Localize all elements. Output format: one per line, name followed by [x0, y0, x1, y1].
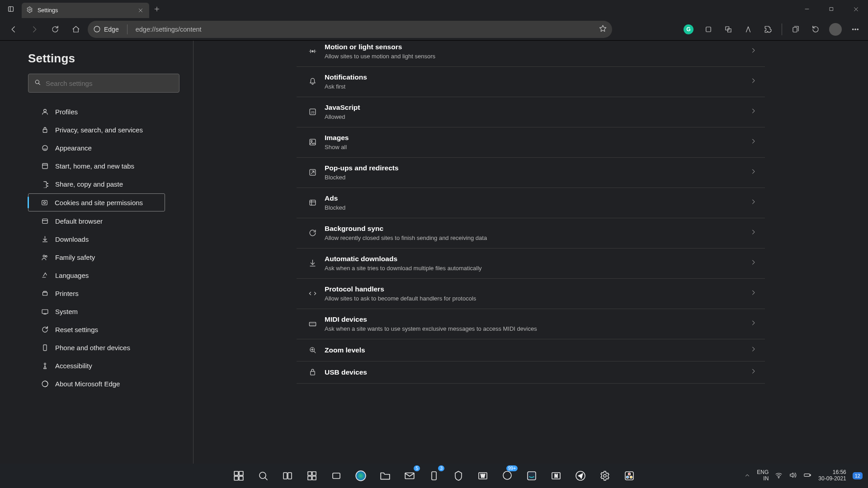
svg-point-11 — [94, 26, 100, 32]
permission-title: Background sync — [325, 225, 750, 233]
word-icon[interactable]: W — [473, 466, 492, 485]
window-minimize-button[interactable] — [795, 0, 819, 18]
svg-rect-73 — [308, 476, 311, 480]
permission-title: Pop-ups and redirects — [325, 164, 750, 172]
search-settings-input[interactable] — [28, 74, 179, 93]
sidebar-item-icon — [41, 235, 49, 243]
permission-subtitle: Blocked — [325, 204, 750, 211]
svg-rect-52 — [309, 322, 316, 326]
tab-actions-icon[interactable] — [0, 5, 22, 13]
sidebar-item-default-browser[interactable]: Default browser — [0, 212, 193, 230]
sidebar-item-system[interactable]: System — [0, 302, 193, 320]
address-bar[interactable]: Edge edge://settings/content — [88, 21, 612, 38]
profile-avatar[interactable] — [827, 21, 844, 38]
sidebar-item-appearance[interactable]: Appearance — [0, 139, 193, 157]
phone-link-icon[interactable]: 3 — [425, 466, 443, 485]
permission-row-javascript[interactable]: JSJavaScriptAllowed — [297, 97, 765, 127]
forward-button[interactable] — [25, 21, 43, 38]
permission-row-usb-devices[interactable]: USB devices — [297, 361, 765, 384]
history-icon[interactable] — [807, 21, 824, 38]
sidebar-item-about-microsoft-edge[interactable]: About Microsoft Edge — [0, 375, 193, 393]
widgets-button[interactable] — [302, 466, 321, 485]
sidebar-item-cookies-and-site-permissions[interactable]: Cookies and site permissions — [28, 193, 165, 211]
permission-row-notifications[interactable]: NotificationsAsk first — [297, 67, 765, 97]
svg-rect-77 — [405, 473, 414, 479]
sidebar-item-privacy-search-and-services[interactable]: Privacy, search, and services — [0, 121, 193, 139]
sidebar-item-accessibility[interactable]: Accessibility — [0, 357, 193, 375]
chevron-right-icon — [750, 108, 757, 116]
extension-icon[interactable] — [700, 21, 717, 38]
task-view-button[interactable] — [278, 466, 297, 485]
telegram-icon[interactable] — [571, 466, 590, 485]
permission-row-motion-or-light-sensors[interactable]: Motion or light sensorsAllow sites to us… — [297, 41, 765, 67]
permission-row-midi-devices[interactable]: MIDI devicesAsk when a site wants to use… — [297, 309, 765, 339]
sidebar-item-printers[interactable]: Printers — [0, 284, 193, 302]
settings-icon[interactable] — [595, 466, 614, 485]
permission-subtitle: Allow sites to ask to become default han… — [325, 295, 750, 302]
search-icon — [34, 79, 41, 88]
sidebar-item-downloads[interactable]: Downloads — [0, 230, 193, 248]
permission-title: Ads — [325, 194, 750, 202]
search-button[interactable] — [254, 466, 273, 485]
more-menu-button[interactable] — [847, 21, 863, 38]
wifi-icon[interactable] — [775, 471, 783, 480]
amazon-music-icon[interactable] — [522, 466, 541, 485]
browser-tab[interactable]: Settings — [22, 3, 149, 18]
sidebar-item-start-home-and-new-tabs[interactable]: Start, home, and new tabs — [0, 157, 193, 175]
permission-row-zoom-levels[interactable]: Zoom levels — [297, 339, 765, 361]
teams-icon[interactable] — [327, 466, 346, 485]
sidebar-item-share-copy-and-paste[interactable]: Share, copy and paste — [0, 175, 193, 193]
permission-row-protocol-handlers[interactable]: Protocol handlersAllow sites to ask to b… — [297, 279, 765, 309]
sidebar-item-family-safety[interactable]: Family safety — [0, 248, 193, 266]
messenger-icon[interactable]: 99+ — [498, 466, 517, 485]
permission-row-automatic-downloads[interactable]: Automatic downloadsAsk when a site tries… — [297, 249, 765, 279]
new-tab-button[interactable] — [149, 6, 165, 12]
tray-chevron-icon[interactable] — [744, 472, 750, 480]
window-maximize-button[interactable] — [819, 0, 844, 18]
sidebar-item-profiles[interactable]: Profiles — [0, 103, 193, 121]
notification-count[interactable]: 12 — [853, 472, 863, 479]
close-icon[interactable] — [137, 6, 145, 14]
search-field[interactable] — [46, 80, 174, 87]
permission-row-background-sync[interactable]: Background syncAllow recently closed sit… — [297, 218, 765, 249]
clock[interactable]: 16:56 30-09-2021 — [818, 469, 846, 482]
sidebar-item-languages[interactable]: Languages — [0, 266, 193, 284]
permission-row-ads[interactable]: AdsBlocked — [297, 188, 765, 218]
permission-row-pop-ups-and-redirects[interactable]: Pop-ups and redirectsBlocked — [297, 158, 765, 188]
davinci-icon[interactable] — [620, 466, 639, 485]
permission-title: JavaScript — [325, 103, 750, 112]
permission-row-images[interactable]: ImagesShow all — [297, 127, 765, 158]
svg-rect-62 — [310, 371, 315, 375]
chevron-right-icon — [750, 77, 757, 86]
home-button[interactable] — [67, 21, 85, 38]
extension-icon-3[interactable] — [740, 21, 756, 38]
sidebar-item-reset-settings[interactable]: Reset settings — [0, 320, 193, 338]
svg-rect-14 — [726, 27, 729, 30]
extension-icon-2[interactable] — [720, 21, 736, 38]
grammarly-extension-icon[interactable]: G — [680, 21, 697, 38]
svg-rect-16 — [793, 27, 797, 32]
identity-text: Edge — [104, 26, 119, 33]
onenote-icon[interactable]: N — [547, 466, 566, 485]
volume-icon[interactable] — [789, 471, 797, 480]
explorer-icon[interactable] — [376, 466, 395, 485]
extensions-button[interactable] — [760, 21, 776, 38]
favorites-icon[interactable] — [599, 24, 607, 34]
window-close-button[interactable] — [844, 0, 868, 18]
svg-rect-27 — [42, 200, 47, 205]
refresh-button[interactable] — [46, 21, 64, 38]
collections-icon[interactable] — [788, 21, 804, 38]
tab-title: Settings — [38, 7, 132, 14]
brave-icon[interactable] — [449, 466, 468, 485]
permission-title: USB devices — [325, 368, 750, 376]
back-button[interactable] — [5, 21, 23, 38]
svg-point-91 — [778, 477, 779, 478]
sidebar-item-phone-and-other-devices[interactable]: Phone and other devices — [0, 338, 193, 357]
battery-icon[interactable] — [803, 471, 812, 480]
mail-icon[interactable]: 5 — [400, 466, 419, 485]
start-button[interactable] — [229, 466, 248, 485]
edge-icon[interactable] — [351, 466, 370, 485]
svg-line-21 — [38, 83, 40, 84]
separator — [782, 23, 782, 35]
language-indicator[interactable]: ENG IN — [757, 469, 769, 482]
